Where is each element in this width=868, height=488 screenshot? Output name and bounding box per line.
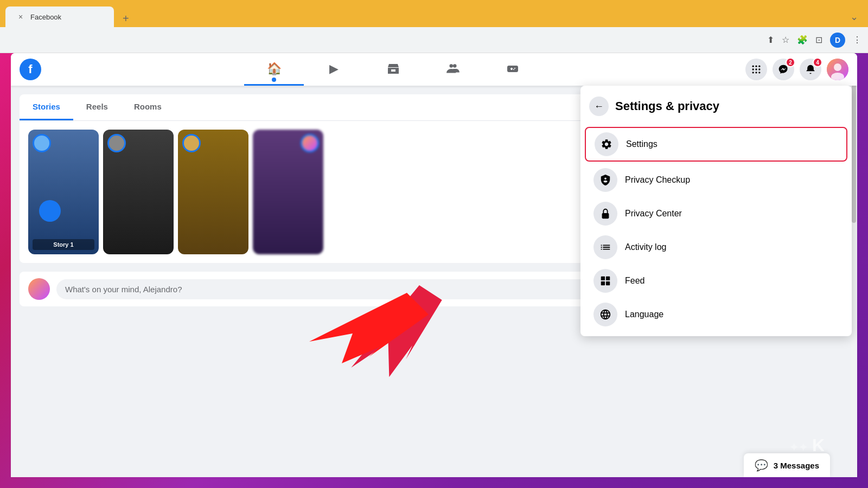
story-avatar-4: [301, 134, 319, 152]
tab-close-icon[interactable]: ×: [16, 12, 25, 21]
dropdown-privacy-checkup-item[interactable]: Privacy Checkup: [585, 164, 847, 196]
notifications-badge: 4: [813, 57, 822, 67]
dropdown-settings-item[interactable]: Settings: [585, 127, 847, 162]
nav-right: 2 4: [745, 59, 848, 80]
messages-count: 3 Messages: [774, 461, 819, 470]
language-label: Language: [625, 310, 663, 319]
dropdown-language-item[interactable]: Language: [585, 298, 847, 331]
watermark: ✦✦ K: [789, 435, 825, 455]
tab-bar: × Facebook + ⌄: [0, 0, 868, 27]
activity-log-label: Activity log: [625, 242, 666, 252]
nav-groups[interactable]: [423, 53, 483, 86]
dropdown-title: Settings & privacy: [615, 99, 719, 113]
svg-rect-20: [601, 277, 605, 280]
svg-point-5: [752, 66, 754, 67]
nav-center: 🏠 ▶: [41, 53, 745, 86]
svg-point-13: [758, 72, 760, 73]
dropdown-back-button[interactable]: ←: [589, 97, 609, 116]
svg-point-0: [450, 64, 454, 68]
svg-point-1: [453, 64, 457, 68]
privacy-center-icon: [593, 202, 617, 226]
story-avatar-3: [182, 134, 201, 152]
language-icon: [593, 303, 617, 326]
svg-rect-22: [601, 281, 605, 285]
settings-icon: [595, 132, 618, 156]
svg-point-6: [755, 66, 757, 67]
browser-tab[interactable]: × Facebook: [5, 7, 114, 27]
bookmark-icon[interactable]: ☆: [782, 35, 789, 45]
tab-stories[interactable]: Stories: [20, 94, 73, 120]
notifications-button[interactable]: 4: [800, 59, 821, 80]
nav-home[interactable]: 🏠: [244, 53, 304, 86]
privacy-center-label: Privacy Center: [625, 209, 682, 219]
nav-marketplace[interactable]: [363, 53, 423, 86]
messages-icon: 💬: [755, 459, 768, 472]
tab-label: Facebook: [30, 13, 61, 21]
share-icon[interactable]: ⬆: [767, 35, 774, 45]
svg-point-12: [755, 72, 757, 73]
svg-rect-21: [606, 277, 610, 280]
settings-privacy-dropdown: ← Settings & privacy Settings Privacy Ch…: [580, 86, 852, 336]
privacy-checkup-label: Privacy Checkup: [625, 175, 690, 185]
extensions-icon[interactable]: 🧩: [797, 35, 808, 45]
browser-chrome: × Facebook + ⌄ ⬆ ☆ 🧩 ⊡ D ⋮: [0, 0, 868, 53]
feed-icon: [593, 269, 617, 293]
svg-point-11: [752, 72, 754, 73]
nav-watch[interactable]: ▶: [304, 53, 363, 86]
svg-rect-19: [602, 213, 609, 219]
tab-rooms[interactable]: Rooms: [121, 94, 175, 120]
nav-gaming[interactable]: [483, 53, 542, 86]
facebook-logo: f: [20, 59, 41, 80]
back-arrow-icon: ←: [594, 101, 604, 112]
svg-point-3: [514, 68, 515, 69]
user-avatar: [28, 278, 50, 300]
story-card-4[interactable]: [253, 130, 323, 254]
story-label-1: Story 1: [33, 239, 94, 250]
svg-point-7: [758, 66, 760, 67]
activity-log-icon: [593, 235, 617, 259]
dropdown-activity-log-item[interactable]: Activity log: [585, 231, 847, 264]
address-bar-icons: ⬆ ☆ 🧩 ⊡ D ⋮: [767, 33, 861, 48]
profile-avatar[interactable]: D: [830, 33, 845, 48]
svg-point-10: [758, 68, 760, 70]
dropdown-feed-item[interactable]: Feed: [585, 265, 847, 297]
tab-reels[interactable]: Reels: [73, 94, 121, 120]
address-bar: ⬆ ☆ 🧩 ⊡ D ⋮: [0, 27, 868, 53]
facebook-window: f 🏠 ▶: [11, 53, 857, 477]
story-indicator-1: [39, 200, 61, 222]
more-options-icon[interactable]: ⋮: [853, 35, 861, 45]
grid-menu-button[interactable]: [745, 59, 767, 80]
new-tab-button[interactable]: +: [118, 10, 133, 27]
messenger-badge: 2: [786, 57, 795, 67]
story-avatar-2: [107, 134, 126, 152]
story-avatar-1: [33, 134, 51, 152]
messenger-button[interactable]: 2: [773, 59, 794, 80]
profile-picture[interactable]: [827, 59, 848, 80]
dropdown-privacy-center-item[interactable]: Privacy Center: [585, 197, 847, 230]
facebook-navbar: f 🏠 ▶: [11, 53, 857, 86]
settings-label: Settings: [626, 139, 658, 149]
messages-bar[interactable]: 💬 3 Messages: [744, 453, 830, 477]
story-card-3[interactable]: [178, 130, 248, 254]
feed-label: Feed: [625, 276, 644, 286]
svg-point-8: [752, 68, 754, 70]
svg-rect-23: [606, 281, 610, 285]
active-indicator: [272, 78, 276, 82]
dropdown-header: ← Settings & privacy: [580, 90, 852, 125]
story-card-1[interactable]: Story 1: [28, 130, 99, 254]
privacy-checkup-icon: [593, 168, 617, 192]
story-card-2[interactable]: [103, 130, 174, 254]
svg-point-4: [513, 69, 514, 70]
split-view-icon[interactable]: ⊡: [815, 35, 822, 45]
tab-dropdown-icon[interactable]: ⌄: [846, 7, 863, 27]
svg-point-9: [755, 68, 757, 70]
svg-point-15: [834, 63, 841, 71]
